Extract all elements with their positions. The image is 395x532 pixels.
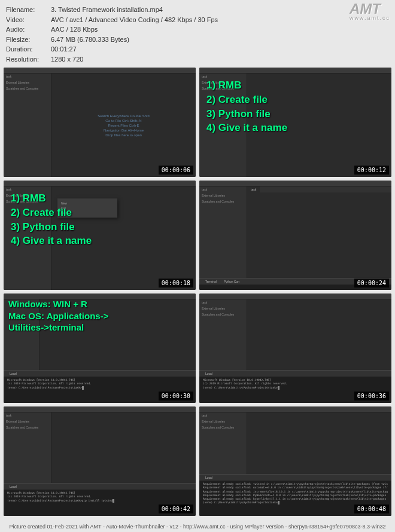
ide-titlebar (199, 181, 391, 186)
terminal-output: Microsoft Windows [Version 10.0.19042.74… (4, 490, 196, 505)
hint-line: Navigation Bar Alt+Home (98, 129, 150, 132)
timestamp: 00:00:48 (354, 505, 389, 513)
ide-titlebar (4, 406, 196, 412)
meta-value: 6.47 MB (6.780.333 Bytes) (51, 35, 389, 45)
terminal-output: Requirement already satisfied: twisted i… (199, 481, 391, 507)
sidebar-item: External Libraries (4, 80, 51, 85)
term-line: (venv) C:\Users\sidmitry\PycharmProjects… (203, 386, 388, 390)
thumbnail-4: task External Libraries Scratches and Co… (199, 181, 391, 290)
instruction-overlay: 1) RMB 2) Create file 3) Python file 4) … (206, 78, 287, 135)
sidebar-item: Scratches and Consoles (199, 198, 247, 204)
hint-line: Search Everywhere Double Shift (98, 114, 150, 118)
terminal-tab: Local (6, 485, 20, 488)
platform-line: Utilities->terminal (8, 322, 108, 334)
thumbnail-5: Windows: WIN + R Mac OS: Applications-> … (4, 293, 196, 403)
ide-titlebar (199, 293, 391, 299)
hint-line: Go to File Ctrl+Shift+N (98, 119, 150, 123)
meta-label: Resolution: (6, 54, 51, 65)
sidebar-item: External Libraries (199, 418, 247, 424)
sidebar-item: Scratches and Consoles (199, 424, 247, 430)
sidebar-item: Scratches and Consoles (199, 311, 247, 317)
step-line: 2) Create file (206, 93, 287, 107)
ide-editor: Search Everywhere Double Shift Go to Fil… (51, 74, 196, 177)
terminal-tab: Terminal (202, 280, 220, 283)
instruction-overlay: 1) RMB 2) Create file 3) Python file 4) … (11, 191, 92, 248)
thumbnail-7: task External Libraries Scratches and Co… (4, 406, 196, 516)
sidebar-item: task (4, 412, 51, 418)
thumbnail-8: task External Libraries Scratches and Co… (199, 406, 391, 516)
term-line: (venv) C:\Users\sidmitry\PycharmProjects… (7, 499, 192, 503)
meta-label: Video: (6, 15, 51, 25)
metadata-block: Filename:3. Twisted Framework installati… (0, 0, 395, 68)
step-line: 2) Create file (11, 206, 92, 220)
step-line: 3) Python file (11, 220, 92, 234)
term-line: Requirement already satisfied: Automat>=… (203, 486, 388, 490)
editor-tabs: task (247, 186, 391, 192)
step-line: 1) RMB (206, 78, 287, 93)
ide-titlebar (4, 68, 196, 74)
step-line: 1) RMB (11, 191, 92, 206)
terminal-tab: Local (6, 372, 20, 375)
meta-value: 3. Twisted Framework installation.mp4 (51, 5, 389, 15)
meta-value: AVC / avc1 / Advanced Video Coding / 482… (51, 15, 389, 25)
sidebar-item: External Libraries (199, 305, 247, 311)
watermark-logo: AMT www.amt.cc (350, 2, 390, 20)
hint-line: Drop files here to open (98, 133, 150, 137)
thumbnail-3: task External Libraries Scratches and Co… (4, 181, 196, 290)
meta-label: Filename: (6, 5, 51, 15)
terminal-tabs: Local (4, 371, 196, 377)
footer-credits: Picture created 01-Feb-2021 with AMT - A… (0, 522, 395, 531)
step-line: 4) Give it a name (11, 234, 92, 248)
terminal-tabs: Local (199, 371, 391, 377)
cursor-icon (278, 501, 279, 505)
meta-label: Audio: (6, 25, 51, 35)
sidebar-item: task (199, 186, 247, 192)
cursor-icon (113, 499, 114, 503)
terminal-output: Microsoft Windows [Version 10.0.19042.74… (199, 377, 391, 392)
sidebar-item: task (4, 74, 51, 80)
timestamp: 00:00:36 (354, 392, 389, 400)
timestamp: 00:00:12 (354, 166, 389, 175)
timestamp: 00:00:06 (159, 166, 193, 175)
thumbnail-grid: task External Libraries Scratches and Co… (0, 68, 395, 519)
tab-item: task (247, 186, 260, 192)
timestamp: 00:00:42 (159, 505, 193, 513)
meta-value: 1280 x 720 (51, 54, 389, 65)
thumbnail-2: task External Libraries Scratches and Co… (199, 68, 391, 177)
sidebar-item: External Libraries (4, 418, 51, 424)
timestamp: 00:00:18 (159, 279, 193, 288)
sidebar-item: Scratches and Consoles (4, 85, 51, 91)
meta-label: Filesize: (6, 35, 51, 45)
hint-line: Recent Files Ctrl+E (98, 124, 150, 127)
timestamp: 00:00:24 (354, 279, 389, 288)
ide-titlebar (4, 181, 196, 186)
python-console-tab: Python Con (220, 280, 243, 283)
sidebar-item: task (199, 299, 247, 305)
timestamp: 00:00:30 (159, 392, 193, 400)
terminal-tab: Local (202, 372, 216, 375)
sidebar-item: task (199, 412, 247, 418)
ide-titlebar (199, 406, 391, 412)
meta-value: AAC / 128 Kbps (51, 25, 389, 35)
platform-line: Mac OS: Applications-> (8, 310, 108, 322)
thumbnail-1: task External Libraries Scratches and Co… (4, 68, 196, 177)
platform-overlay: Windows: WIN + R Mac OS: Applications-> … (8, 298, 108, 334)
ide-titlebar (199, 68, 391, 74)
sidebar-item: Scratches and Consoles (4, 424, 51, 430)
ide-sidebar: task External Libraries Scratches and Co… (4, 74, 51, 177)
cursor-icon (278, 386, 279, 390)
platform-line: Windows: WIN + R (8, 298, 108, 310)
watermark-url: www.amt.cc (350, 16, 390, 20)
watermark-text: AMT (350, 1, 381, 17)
meta-label: Duration: (6, 44, 51, 54)
step-line: 4) Give it a name (206, 121, 287, 135)
cursor-icon (82, 386, 84, 390)
thumbnail-6: task External Libraries Scratches and Co… (199, 293, 391, 403)
terminal-tab: Local (202, 476, 216, 479)
term-line: Requirement already satisfied: increment… (203, 490, 388, 494)
terminal-tabs: Local (199, 475, 391, 481)
meta-value: 00:01:27 (51, 44, 389, 54)
term-line: (venv) C:\Users\sidmitry\PycharmProjects… (7, 386, 192, 390)
terminal-output: Microsoft Windows [Version 10.0.19042.74… (4, 377, 196, 392)
empty-state-hints: Search Everywhere Double Shift Go to Fil… (98, 113, 150, 138)
